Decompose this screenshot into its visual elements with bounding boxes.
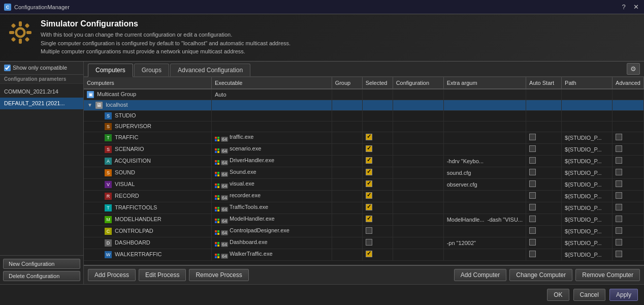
svg-rect-7 [25,23,30,28]
col-header-autostart[interactable]: Auto Start [526,77,562,89]
process-icon-visual: V [105,181,112,188]
win-icon-traffic: 64 [215,137,228,142]
dialog-footer: OK Cancel Apply [0,284,644,305]
header-text: Simulator Configurations With this tool … [41,19,291,56]
table-container[interactable]: Computers Executable Group Selected Conf… [84,77,644,265]
dialog-header: Simulator Configurations With this tool … [0,14,644,62]
multicast-name: ▣ Multicast Group [84,89,211,100]
process-icon-acquisition: A [105,158,112,165]
titlebar-left: C ConfigurationManager [4,4,70,11]
svg-rect-4 [9,31,14,34]
add-computer-button[interactable]: Add Computer [454,269,506,281]
tab-computers[interactable]: Computers [88,64,133,77]
cancel-button[interactable]: Cancel [573,289,605,301]
ok-button[interactable]: OK [547,289,569,301]
content-area: Show only compatible Configuration param… [0,62,644,285]
col-header-advanced[interactable]: Advanced [613,77,644,89]
header-desc3: Multiple computer configurations must pr… [41,47,291,56]
multicast-value: Auto [211,89,332,100]
win-icon-traffictools: 64 [215,207,228,212]
tree-toggle-localhost[interactable]: ▼ [87,102,93,108]
edit-process-button[interactable]: Edit Process [139,269,186,281]
monitor-icon: ▣ [87,91,94,98]
apply-button[interactable]: Apply [609,289,638,301]
tab-settings-button[interactable]: ⚙ [627,63,640,75]
table-row-dashboard[interactable]: D DASHBOARD 64 [84,237,644,249]
process-icon-studio: S [105,112,112,119]
process-icon-sound: S [105,169,112,176]
right-panel: Computers Groups Advanced Configuration … [84,62,644,285]
svg-rect-6 [11,23,16,28]
win-icon-modelhandler: 64 [215,219,228,224]
header-desc1: With this tool you can change the curren… [41,30,291,39]
tab-bar: Computers Groups Advanced Configuration … [84,62,644,77]
table-row-scenario[interactable]: S SCENARIO 64 [84,143,644,155]
new-configuration-button[interactable]: New Configuration [3,259,80,269]
config-item-common[interactable]: COMMON_2021.2r14 [0,86,83,98]
show-compatible-input[interactable] [4,65,11,71]
help-button[interactable]: ? [620,3,628,11]
col-header-computers[interactable]: Computers [84,77,211,89]
computer-icon: 🖥 [95,102,103,109]
win-icon-walkertraffic: 64 [215,254,228,259]
col-header-path[interactable]: Path [562,77,613,89]
process-icon-record: R [105,193,112,200]
config-params-label: Configuration parameters [0,75,83,84]
table-header-row: Computers Executable Group Selected Conf… [84,77,644,89]
table-row-supervisor[interactable]: S SUPERVISOR [84,121,644,132]
tabs: Computers Groups Advanced Configuration [88,62,250,76]
app-icon: C [4,4,11,11]
gear-icon [7,19,34,46]
win-icon-dashboard: 64 [215,242,228,247]
change-computer-button[interactable]: Change Computer [509,269,572,281]
header-desc2: Single computer configuration is configu… [41,39,291,48]
process-icon-walkertraffic: W [105,251,112,258]
svg-rect-9 [25,37,30,42]
close-button[interactable]: ✕ [632,3,640,11]
tab-advanced[interactable]: Advanced Configuration [170,64,250,76]
col-header-executable[interactable]: Executable [211,77,332,89]
show-compatible-checkbox[interactable]: Show only compatible [4,65,67,71]
win-icon-scenario: 64 [215,148,228,154]
process-icon-traffictools: T [105,204,112,211]
table-row-traffictools[interactable]: T TRAFFICTOOLS 64 [84,202,644,214]
remove-computer-button[interactable]: Remove Computer [575,269,640,281]
add-process-button[interactable]: Add Process [88,269,136,281]
process-table: Computers Executable Group Selected Conf… [84,77,644,261]
process-icon-controlpad: C [105,228,112,235]
table-row-sound[interactable]: S SOUND 64 [84,167,644,178]
process-icon-modelhandler: M [105,216,112,223]
win-icon-visual: 64 [215,184,228,189]
table-row-visual[interactable]: V VISUAL 64 [84,178,644,190]
bottom-toolbar: Add Process Edit Process Remove Process … [84,265,644,284]
table-row-traffic[interactable]: T TRAFFIC 64 [84,132,644,143]
config-list: COMMON_2021.2r14 DEFAULT_2021 (2021... [0,84,83,256]
col-header-configuration[interactable]: Configuration [393,77,443,89]
remove-process-button[interactable]: Remove Process [189,269,248,281]
dialog-title: Simulator Configurations [41,19,291,28]
win-icon-record: 64 [215,195,228,200]
config-item-default[interactable]: DEFAULT_2021 (2021... [0,98,83,109]
table-row-studio[interactable]: S STUDIO [84,110,644,121]
titlebar-title: ConfigurationManager [14,4,70,10]
delete-configuration-button[interactable]: Delete Configuration [3,271,80,281]
tab-groups[interactable]: Groups [134,64,169,76]
svg-point-1 [17,29,23,36]
process-icon-dashboard: D [105,239,112,247]
table-row-modelhandler[interactable]: M MODELHANDLER 64 [84,214,644,225]
svg-rect-3 [19,39,22,44]
table-row-acquisition[interactable]: A ACQUISITION 64 [84,155,644,167]
process-icon-traffic: T [105,134,112,141]
table-row-localhost[interactable]: ▼ 🖥 localhost [84,100,644,110]
col-header-group[interactable]: Group [332,77,362,89]
process-icon-scenario: S [105,146,112,153]
table-row-record[interactable]: R RECORD 64 [84,190,644,202]
win-icon-controlpad: 64 [215,230,228,235]
table-row-walkertraffic[interactable]: W WALKERTRAFFIC 64 [84,249,644,260]
col-header-selected[interactable]: Selected [362,77,393,89]
svg-rect-5 [26,31,31,34]
col-header-extra[interactable]: Extra argum [443,77,526,89]
svg-rect-2 [19,21,22,26]
main-dialog: Simulator Configurations With this tool … [0,14,644,305]
table-row-controlpad[interactable]: C CONTROLPAD 64 [84,225,644,237]
